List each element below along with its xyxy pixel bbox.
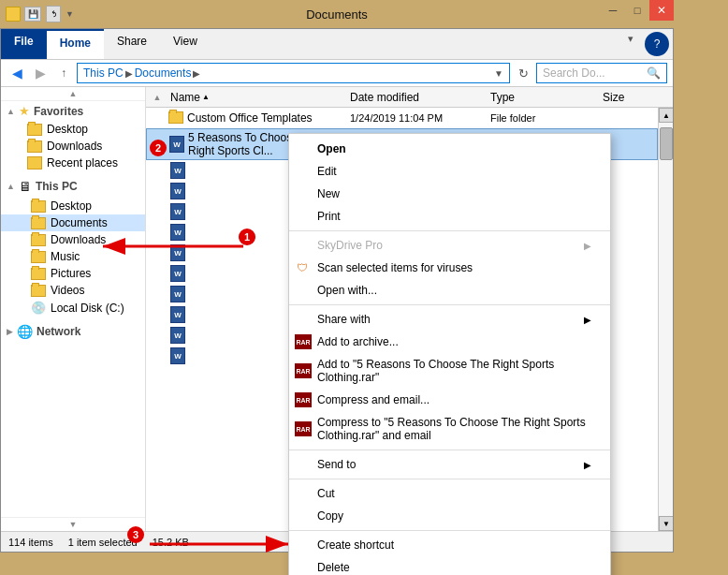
ctx-sep-1 (289, 230, 610, 231)
maximize-button[interactable]: □ (625, 0, 649, 21)
sidebar-scroll-up[interactable]: ▲ (1, 87, 145, 101)
window-icon (6, 7, 21, 22)
column-headers: ▲ Name ▲ Date modified Type Size (146, 87, 673, 108)
col-scroll-up[interactable]: ▲ (150, 93, 165, 102)
ctx-share-with[interactable]: Share with▶ (289, 308, 610, 331)
up-button[interactable]: ↑ (53, 63, 74, 83)
minimize-button[interactable]: ─ (601, 0, 625, 21)
scroll-track[interactable] (659, 123, 673, 516)
path-dropdown-arrow[interactable]: ▼ (494, 68, 503, 79)
favorites-star-icon: ★ (19, 104, 30, 118)
word-doc-icon: W (170, 244, 185, 261)
refresh-button[interactable]: ↻ (513, 63, 533, 83)
ctx-new[interactable]: New (289, 183, 610, 205)
scroll-down-button[interactable]: ▼ (659, 516, 673, 531)
rar-icon: RAR (295, 334, 312, 349)
ctx-add-rar[interactable]: RAR Add to "5 Reasons To Choose The Righ… (289, 353, 610, 389)
drive-icon: 💿 (31, 301, 46, 315)
ctx-copy[interactable]: Copy (289, 505, 610, 527)
rar-icon: RAR (295, 363, 312, 378)
ctx-send-to[interactable]: Send to▶ (289, 453, 610, 476)
sidebar-favorites-label: Favorites (34, 105, 83, 118)
quick-access-undo[interactable]: ↶ (46, 6, 61, 22)
sidebar-this-pc-label: This PC (36, 180, 78, 193)
ctx-delete[interactable]: Delete (289, 556, 610, 575)
word-doc-icon: W (170, 265, 185, 282)
sidebar-item-music[interactable]: Music (1, 248, 145, 265)
back-button[interactable]: ◀ (7, 63, 27, 83)
path-sep-1: ▶ (125, 68, 133, 79)
sidebar-network-label: Network (36, 325, 80, 338)
ctx-skydrive[interactable]: SkyDrive Pro▶ (289, 234, 610, 257)
quick-access-save[interactable]: 💾 (24, 7, 41, 22)
forward-button[interactable]: ▶ (30, 63, 51, 83)
ctx-compress-rar-email[interactable]: RAR Compress to "5 Reasons To Choose The… (289, 411, 610, 447)
ctx-print[interactable]: Print (289, 205, 610, 228)
sidebar-item-desktop-fav[interactable]: Desktop (1, 121, 145, 138)
ctx-add-archive[interactable]: RAR Add to archive... (289, 331, 610, 353)
col-header-date[interactable]: Date modified (350, 91, 490, 104)
window-title: Documents (306, 7, 368, 22)
folder-icon (31, 251, 46, 263)
path-this-pc[interactable]: This PC (83, 66, 124, 80)
sidebar-item-desktop[interactable]: Desktop (1, 198, 145, 214)
folder-icon (31, 268, 46, 280)
sidebar-this-pc-header[interactable]: ▲ 🖥 This PC (1, 175, 145, 198)
ctx-open-with[interactable]: Open with... (289, 279, 610, 302)
word-doc-icon: W (170, 347, 185, 364)
sidebar-music-label: Music (51, 250, 80, 263)
help-button[interactable]: ? (645, 32, 669, 56)
ctx-edit[interactable]: Edit (289, 160, 610, 183)
scroll-up-button[interactable]: ▲ (659, 108, 673, 123)
expand-ribbon-button[interactable]: ▾ (620, 29, 641, 59)
tab-home[interactable]: Home (47, 29, 104, 59)
sidebar-item-local-disk[interactable]: 💿 Local Disk (C:) (1, 299, 145, 317)
col-header-name[interactable]: Name ▲ (167, 91, 350, 104)
rar-icon: RAR (295, 392, 312, 407)
sidebar-item-recent-places[interactable]: Recent places (1, 155, 145, 171)
sidebar-desktop-label: Desktop (51, 199, 92, 213)
col-header-type[interactable]: Type (490, 91, 603, 104)
sidebar-pictures-label: Pictures (51, 267, 91, 280)
file-row-1[interactable]: Custom Office Templates 1/24/2019 11:04 … (146, 108, 658, 128)
sidebar-network-header[interactable]: ▶ 🌐 Network (1, 320, 145, 343)
sidebar-item-videos[interactable]: Videos (1, 282, 145, 299)
ctx-open[interactable]: Open (289, 138, 610, 160)
sidebar-item-pictures[interactable]: Pictures (1, 265, 145, 282)
tab-file[interactable]: File (1, 29, 47, 59)
file-type: File folder (490, 112, 603, 124)
sidebar-item-downloads[interactable]: Downloads (1, 231, 145, 248)
ctx-scan[interactable]: 🛡 Scan selected items for viruses (289, 257, 610, 279)
sidebar-item-documents[interactable]: Documents (1, 214, 145, 231)
tab-share[interactable]: Share (104, 29, 160, 59)
search-box[interactable]: Search Do... 🔍 (536, 63, 667, 83)
path-documents[interactable]: Documents (135, 66, 192, 80)
close-button[interactable]: ✕ (649, 0, 674, 21)
col-header-size[interactable]: Size (603, 91, 654, 104)
ctx-cut[interactable]: Cut (289, 482, 610, 505)
sidebar-fav-downloads-label: Downloads (47, 140, 102, 153)
folder-icon (27, 140, 42, 153)
word-doc-icon: W (170, 224, 185, 241)
folder-icon (27, 124, 42, 136)
folder-icon (31, 234, 46, 246)
sidebar-downloads-label: Downloads (51, 233, 106, 246)
computer-icon: 🖥 (19, 179, 32, 194)
sidebar-item-downloads-fav[interactable]: Downloads (1, 138, 145, 155)
folder-icon (31, 200, 46, 213)
path-sep-2: ▶ (193, 68, 200, 79)
sidebar-scroll-down[interactable]: ▼ (1, 517, 145, 531)
search-icon[interactable]: 🔍 (647, 66, 661, 80)
scroll-thumb[interactable] (660, 127, 673, 160)
vertical-scrollbar[interactable]: ▲ ▼ (658, 108, 673, 531)
tab-view[interactable]: View (160, 29, 211, 59)
word-doc-icon: W (170, 162, 185, 179)
ctx-compress-email[interactable]: RAR Compress and email... (289, 389, 610, 411)
sidebar-favorites-header[interactable]: ▲ ★ Favorites (1, 101, 145, 121)
ctx-create-shortcut[interactable]: Create shortcut (289, 534, 610, 556)
context-menu: Open Edit New Print SkyDrive Pro▶ 🛡 Scan… (288, 133, 611, 575)
word-doc-icon: W (170, 327, 185, 344)
ctx-sep-4 (289, 479, 610, 479)
address-path[interactable]: This PC ▶ Documents ▶ ▼ (77, 63, 510, 83)
quick-access-dropdown[interactable]: ▼ (66, 9, 74, 19)
